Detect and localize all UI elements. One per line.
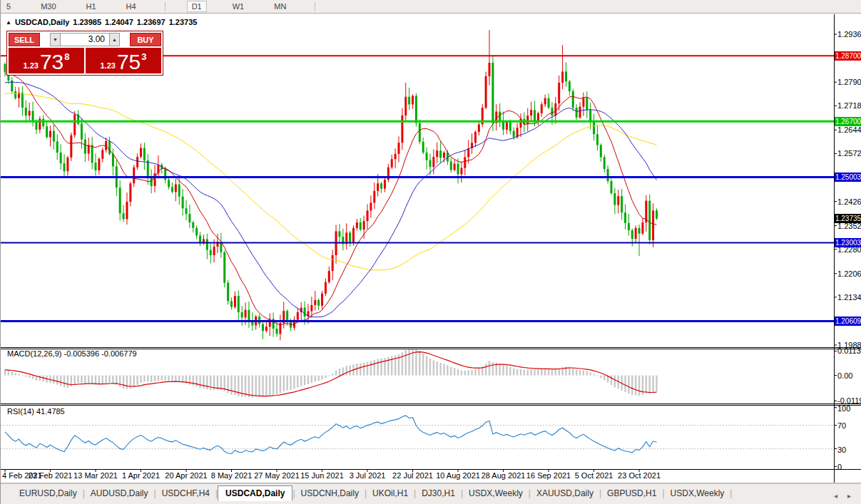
symbol-tabbar: EURUSD,Daily|AUDUSD,Daily|USDCHF,H4|USDC… [1,483,861,504]
price-axis-tick-label: 1.27180 [837,101,861,110]
price-level-badge: 1.28700 [835,51,861,61]
trading-terminal-window: 5M30H1H4D1W1MN ▲ USDCAD,Daily 1.23985 1.… [0,0,861,504]
date-axis-label: 15 Jun 2021 [300,471,344,480]
ohlc-close: 1.23735 [169,18,198,26]
symbol-tab-dj30-6[interactable]: DJ30,H1 [416,487,461,500]
date-axis-label: 8 May 2021 [211,471,252,480]
volume-increase-button[interactable]: ▲ [109,33,120,46]
price-axis-tick-label: 1.26440 [837,125,861,134]
rsi-label: RSI(14) 41.4785 [6,407,66,416]
toolbar-separator [315,2,315,11]
timeframe-button-w1[interactable]: W1 [228,1,249,11]
macd-name: MACD(12,26,9) [7,349,61,358]
timeframe-button-d1[interactable]: D1 [187,1,207,12]
price-axis-tick-label: 1.27900 [837,78,861,86]
timeframe-button-h1[interactable]: H1 [82,1,101,11]
tab-scroll-left-icon[interactable]: ◂ [834,492,837,500]
price-level-badge: 1.23735 [835,214,861,223]
symbol-name: USDCAD,Daily [15,18,69,26]
tab-scroll-nav: ◂ ▸ [834,492,851,500]
volume-decrease-button[interactable]: ▼ [50,33,61,46]
timeframe-button-mn[interactable]: MN [270,1,290,11]
date-axis-label: 1 Apr 2021 [122,471,160,480]
date-axis-label: 28 Aug 2021 [482,471,526,480]
timeframe-toolbar: 5M30H1H4D1W1MN [1,0,861,14]
symbol-tab-usdcad-3[interactable]: USDCAD,Daily [218,485,292,501]
price-axis-tick-label: 1.29360 [837,30,861,38]
date-axis-label: 13 Mar 2021 [73,471,118,480]
date-axis-label: 3 Jul 2021 [350,471,386,480]
symbol-tab-usdx-7[interactable]: USDX,Weekly [463,487,529,500]
symbol-tab-usdchf-2[interactable]: USDCHF,H4 [156,487,215,500]
macd-value-signal: -0.006779 [101,349,137,358]
price-axis-tick-label: 1.24260 [837,197,861,206]
tab-separator: | [730,487,732,500]
timeframe-button-h4[interactable]: H4 [122,1,141,11]
price-axis-tick-label: 1.22060 [837,269,861,278]
price-level-badge: 1.23003 [835,238,861,247]
ohlc-low: 1.23697 [137,18,165,26]
date-axis-label: 23 Feb 2021 [29,471,73,480]
chart-title: ▲ USDCAD,Daily 1.23985 1.24047 1.23697 1… [6,18,197,26]
sell-price-pip: 8 [64,51,69,62]
symbol-tab-eurusd-0[interactable]: EURUSD,Daily [14,487,83,500]
buy-price-big: 75 [117,52,141,72]
ohlc-high: 1.24047 [105,18,133,26]
macd-value-main: -0.005396 [63,349,99,358]
date-axis-label: 22 Jul 2021 [392,471,433,480]
symbol-tab-ukoil-5[interactable]: UKOil,H1 [367,487,414,500]
ohlc-open: 1.23985 [73,18,101,26]
volume-spinner: ▼ 3.00 ▲ [50,33,120,46]
rsi-axis-tick-label: 30 [837,446,846,454]
one-click-trading-panel: SELL ▼ 3.00 ▲ BUY 1.23 73 8 1.23 75 3 [6,31,163,76]
rsi-name: RSI(14) [7,407,34,416]
sell-button[interactable]: SELL [9,33,40,46]
macd-axis-tick-label: 0.00 [837,371,852,380]
macd-label: MACD(12,26,9) -0.005396 -0.006779 [6,349,138,358]
symbol-tab-audusd-1[interactable]: AUDUSD,Daily [85,487,154,500]
date-axis-label: 20 Apr 2021 [165,471,207,480]
price-level-badge: 1.26700 [835,117,861,126]
date-axis-label: 16 Sep 2021 [526,471,571,480]
symbol-tab-gbpusd-9[interactable]: GBPUSD,H1 [601,487,662,500]
toolbar-separator [165,2,165,11]
timeframe-button-5[interactable]: 5 [2,1,15,11]
sell-price-prefix: 1.23 [23,61,38,70]
rsi-axis-tick-label: 0 [837,463,842,471]
volume-input[interactable]: 3.00 [61,33,109,46]
collapse-icon[interactable]: ▲ [6,19,11,26]
rsi-axis-tick-label: 70 [837,421,846,430]
sell-price-box[interactable]: 1.23 73 8 [9,48,84,73]
sell-price-big: 73 [40,52,63,72]
rsi-axis-tick-label: 100 [837,404,850,413]
buy-price-pip: 3 [141,51,146,62]
timeframe-button-m30[interactable]: M30 [36,1,60,11]
tab-scroll-right-icon[interactable]: ▸ [847,492,851,500]
buy-price-box[interactable]: 1.23 75 3 [86,48,161,73]
symbol-tab-usdcnh-4[interactable]: USDCNH,Daily [295,487,365,500]
chart-canvas[interactable] [1,0,861,504]
date-axis-label: 5 Oct 2021 [575,471,613,480]
price-level-badge: 1.25003 [835,173,861,182]
date-axis-label: 10 Aug 2021 [436,471,480,480]
price-axis-tick-label: 1.25720 [837,149,861,158]
symbol-tab-xauusd-8[interactable]: XAUUSD,Daily [531,487,599,500]
symbol-tab-usdx-10[interactable]: USDX,Weekly [665,487,730,500]
price-axis-tick-label: 1.21340 [837,293,861,302]
rsi-value: 41.4785 [36,407,65,416]
price-level-badge: 1.20609 [835,317,861,326]
date-axis-label: 23 Oct 2021 [618,471,661,480]
date-axis-label: 27 May 2021 [254,471,300,480]
buy-button[interactable]: BUY [130,33,161,46]
macd-axis-tick-label: 0.01135 [837,346,861,355]
buy-price-prefix: 1.23 [100,61,115,70]
